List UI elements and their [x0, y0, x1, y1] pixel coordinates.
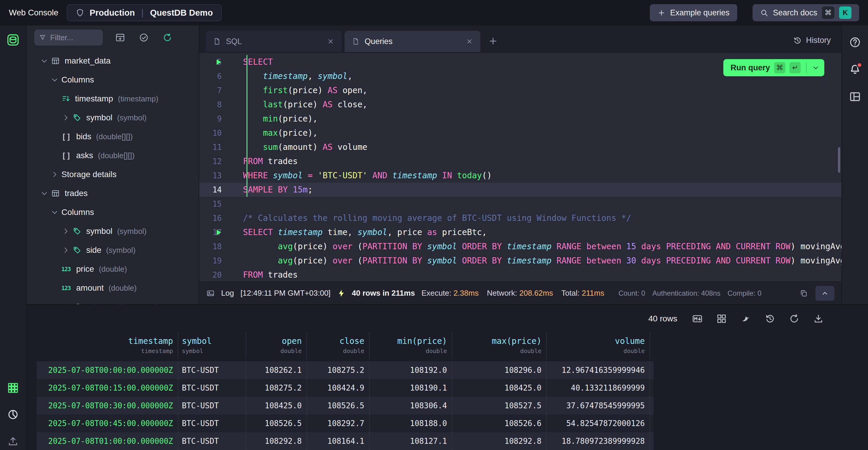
code-line-11[interactable]: 11 sum(amount) AS volume: [199, 140, 841, 154]
cell-open[interactable]: 108262.1: [246, 361, 307, 379]
table-row[interactable]: 2025-07-08T00:30:00.000000ZBTC-USDT10842…: [37, 397, 654, 415]
table-row[interactable]: 2025-07-08T00:45:00.000000ZBTC-USDT10852…: [37, 415, 654, 432]
cell-open[interactable]: 108275.2: [246, 379, 307, 397]
pie-chart-icon[interactable]: [7, 409, 19, 420]
tree-item-storage-details[interactable]: Storage details: [27, 165, 199, 184]
cell-timestamp[interactable]: 2025-07-08T00:00:00.000000Z: [37, 361, 178, 379]
table-row[interactable]: 2025-07-08T01:00:00.000000ZBTC-USDT10829…: [37, 432, 654, 450]
chevron-down-icon[interactable]: [40, 56, 49, 65]
tree-item-market_data[interactable]: market_data: [27, 52, 199, 71]
help-button[interactable]: [849, 36, 861, 49]
column-header-open[interactable]: open double: [246, 333, 307, 359]
panels-button[interactable]: [849, 90, 861, 103]
markdown-export-icon[interactable]: [692, 313, 703, 324]
table-row[interactable]: 2025-07-08T00:15:00.000000ZBTC-USDT10827…: [37, 379, 654, 397]
tree-item-columns[interactable]: Columns: [27, 71, 199, 89]
add-panel-icon[interactable]: [115, 32, 125, 43]
notifications-button[interactable]: [849, 63, 861, 76]
code-line-10[interactable]: 10 max(price),: [199, 126, 841, 140]
bird-icon[interactable]: [740, 313, 751, 324]
cell-max-price-[interactable]: 108526.6: [452, 415, 547, 432]
select-tables-icon[interactable]: [139, 32, 149, 43]
cell-symbol[interactable]: BTC-USDT: [178, 415, 246, 432]
code-line-13[interactable]: 13 WHERE symbol = 'BTC-USDT' AND timesta…: [199, 169, 841, 183]
code-line-14[interactable]: 14 SAMPLE BY 15m;: [199, 183, 841, 197]
tree-item-asks[interactable]: []asks(double[][]): [27, 146, 199, 165]
tab-sql[interactable]: SQL: [206, 31, 342, 52]
column-header-volume[interactable]: volume double: [547, 333, 650, 359]
cell-timestamp[interactable]: 2025-07-08T00:15:00.000000Z: [37, 379, 178, 397]
cell-symbol[interactable]: BTC-USDT: [178, 397, 246, 415]
tree-item-price[interactable]: 123price(double): [27, 260, 199, 279]
cell-timestamp[interactable]: 2025-07-08T00:45:00.000000Z: [37, 415, 178, 432]
cell-min-price-[interactable]: 108188.0: [370, 415, 452, 432]
chevron-right-icon[interactable]: [61, 113, 70, 122]
grid-view-icon[interactable]: [716, 313, 727, 324]
history-icon[interactable]: [765, 313, 775, 324]
example-queries-button[interactable]: Example queries: [650, 4, 737, 21]
close-tab-icon[interactable]: [327, 37, 335, 45]
code-line-9[interactable]: 9 min(price),: [199, 112, 841, 126]
history-button[interactable]: History: [793, 36, 831, 45]
code-line-17[interactable]: 17 SELECT timestamp time, symbol, price …: [199, 225, 841, 240]
import-icon[interactable]: [7, 435, 19, 447]
cell-min-price-[interactable]: 108190.1: [370, 379, 452, 397]
cell-symbol[interactable]: BTC-USDT: [178, 432, 246, 450]
filter-input[interactable]: [50, 33, 94, 42]
tree-item-bids[interactable]: []bids(double[][]): [27, 127, 199, 146]
chevron-down-icon[interactable]: [50, 208, 59, 217]
code-line-15[interactable]: 15: [199, 197, 841, 211]
tree-item-trades[interactable]: trades: [27, 184, 199, 203]
collapse-log-button[interactable]: [815, 286, 834, 301]
tree-item-amount[interactable]: 123amount(double): [27, 279, 199, 298]
instance-badge[interactable]: Production | QuestDB Demo: [67, 4, 222, 21]
cell-volume[interactable]: 18.780972389999928: [547, 432, 650, 450]
cell-symbol[interactable]: BTC-USDT: [178, 361, 246, 379]
new-tab-button[interactable]: [488, 36, 498, 46]
cell-timestamp[interactable]: 2025-07-08T00:30:00.000000Z: [37, 397, 178, 415]
run-options-chevron-icon[interactable]: [812, 64, 819, 72]
chevron-down-icon[interactable]: [40, 189, 49, 198]
chevron-right-icon[interactable]: [50, 170, 59, 179]
editor-scrollbar[interactable]: [838, 147, 840, 173]
cell-volume[interactable]: 40.1332118699999: [547, 379, 650, 397]
tree-item-timestamp[interactable]: timestamp(timestamp): [27, 89, 199, 108]
cell-volume[interactable]: 37.67478545999995: [547, 397, 650, 415]
run-query-button[interactable]: Run query ⌘ ↵: [723, 59, 824, 76]
cell-close[interactable]: 108424.9: [307, 379, 370, 397]
cell-close[interactable]: 108292.7: [307, 415, 370, 432]
cell-timestamp[interactable]: 2025-07-08T01:00:00.000000Z: [37, 432, 178, 450]
code-line-7[interactable]: 7 first(price) AS open,: [199, 83, 841, 97]
code-line-18[interactable]: 18 avg(price) over (PARTITION BY symbol …: [199, 240, 841, 254]
code-line-19[interactable]: 19 avg(price) over (PARTITION BY symbol …: [199, 254, 841, 268]
sql-editor[interactable]: 5 SELECT 6 timestamp, symbol, 7 first(pr…: [199, 53, 841, 281]
column-header-timestamp[interactable]: timestamp timestamp: [37, 333, 178, 359]
cell-min-price-[interactable]: 108127.1: [370, 432, 452, 450]
code-line-12[interactable]: 12 FROM trades: [199, 154, 841, 169]
download-icon[interactable]: [813, 313, 824, 324]
column-header-close[interactable]: close double: [307, 333, 370, 359]
chevron-right-icon[interactable]: [61, 227, 70, 236]
column-header-max-price-[interactable]: max(price) double: [452, 333, 547, 359]
tree-item-columns[interactable]: Columns: [27, 203, 199, 222]
refresh-schema-icon[interactable]: [162, 32, 173, 43]
code-line-8[interactable]: 8 last(price) AS close,: [199, 97, 841, 112]
cell-open[interactable]: 108292.8: [246, 432, 307, 450]
chevron-down-icon[interactable]: [50, 76, 59, 84]
copy-log-icon[interactable]: [800, 289, 808, 298]
filter-box[interactable]: [34, 30, 103, 46]
cell-close[interactable]: 108164.1: [307, 432, 370, 450]
cell-close[interactable]: 108275.2: [307, 361, 370, 379]
cell-symbol[interactable]: BTC-USDT: [178, 379, 246, 397]
chevron-right-icon[interactable]: [61, 246, 70, 255]
grid-view-icon[interactable]: [7, 382, 19, 394]
cell-max-price-[interactable]: 108296.0: [452, 361, 547, 379]
column-header-min-price-[interactable]: min(price) double: [370, 333, 452, 359]
cell-max-price-[interactable]: 108425.0: [452, 379, 547, 397]
tree-item-timestamp[interactable]: timestamp(timestamp): [27, 298, 199, 304]
table-row[interactable]: 2025-07-08T00:00:00.000000ZBTC-USDT10826…: [37, 361, 654, 379]
cell-open[interactable]: 108526.5: [246, 415, 307, 432]
tree-item-symbol[interactable]: symbol(symbol): [27, 222, 199, 241]
cell-min-price-[interactable]: 108306.4: [370, 397, 452, 415]
refresh-icon[interactable]: [789, 313, 800, 324]
